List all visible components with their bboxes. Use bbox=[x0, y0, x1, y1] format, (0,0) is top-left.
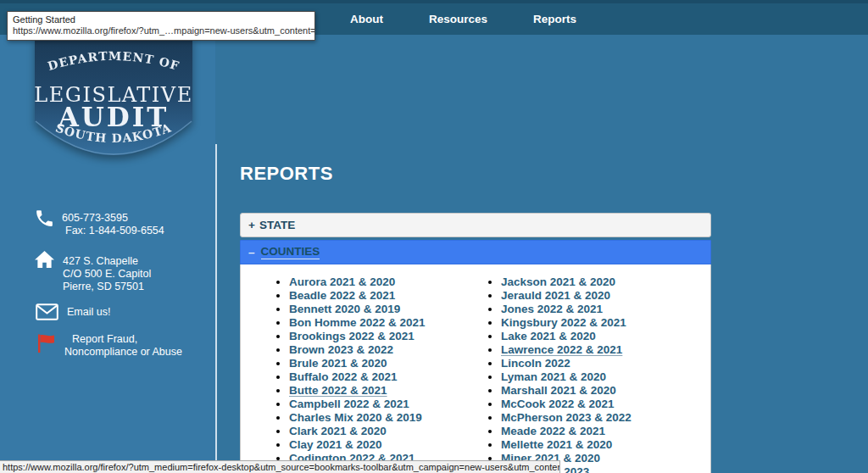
county-report-link[interactable]: Brookings 2022 & 2021 bbox=[289, 330, 415, 342]
county-list-item: Brule 2021 & 2020 bbox=[289, 357, 487, 370]
county-report-link[interactable]: Jerauld 2021 & 2020 bbox=[501, 289, 610, 302]
county-list-item: Jerauld 2021 & 2020 bbox=[501, 289, 632, 303]
county-list-item: Aurora 2021 & 2020 bbox=[289, 275, 487, 289]
envelope-icon bbox=[36, 303, 58, 320]
county-report-link[interactable]: Lawrence 2022 & 2021 bbox=[501, 343, 622, 356]
nav-item-reports[interactable]: Reports bbox=[533, 13, 576, 25]
county-list-column-1: Aurora 2021 & 2020Beadle 2022 & 2021Benn… bbox=[241, 275, 487, 473]
link-status-bar: https://www.mozilla.org/firefox/?utm_med… bbox=[0, 460, 560, 473]
county-list-item: Clark 2021 & 2020 bbox=[289, 425, 487, 438]
county-report-link[interactable]: Butte 2022 & 2021 bbox=[289, 384, 387, 397]
county-list-item: McCook 2022 & 2021 bbox=[501, 398, 632, 411]
counties-panel: Aurora 2021 & 2020Beadle 2022 & 2021Benn… bbox=[240, 264, 711, 473]
county-list-item: Jones 2022 & 2021 bbox=[501, 303, 632, 316]
county-list-item: Marshall 2021 & 2020 bbox=[501, 384, 632, 398]
county-list-item: Bennett 2020 & 2019 bbox=[289, 303, 487, 316]
accordion-counties-header[interactable]: – COUNTIES bbox=[240, 240, 711, 264]
county-list-item: Lake 2021 & 2020 bbox=[501, 330, 632, 343]
county-list-item: Beadle 2022 & 2021 bbox=[289, 289, 487, 303]
county-report-link[interactable]: Bon Homme 2022 & 2021 bbox=[289, 316, 426, 329]
email-us-label: Email us! bbox=[67, 306, 110, 319]
county-report-link[interactable]: Clay 2021 & 2020 bbox=[289, 438, 382, 451]
county-list-item: Meade 2022 & 2021 bbox=[501, 425, 632, 438]
county-list-item: Butte 2022 & 2021 bbox=[289, 384, 487, 398]
county-report-link[interactable]: Brown 2023 & 2022 bbox=[289, 343, 393, 356]
county-report-link[interactable]: Lincoln 2022 bbox=[501, 357, 570, 370]
county-list-item: Lincoln 2022 bbox=[501, 357, 632, 370]
address-row: 427 S. Chapelle C/O 500 E. Capitol Pierr… bbox=[34, 250, 151, 293]
county-report-link[interactable]: McCook 2022 & 2021 bbox=[501, 398, 615, 410]
expand-plus-icon: + bbox=[248, 219, 255, 231]
fax-number: Fax: 1-844-509-6554 bbox=[62, 225, 164, 237]
phone-row: 605-773-3595 Fax: 1-844-509-6554 bbox=[34, 208, 164, 237]
county-list-item: McPherson 2023 & 2022 bbox=[501, 411, 632, 425]
address-line-3: Pierre, SD 57501 bbox=[63, 281, 151, 293]
county-report-link[interactable]: Jones 2022 & 2021 bbox=[501, 303, 603, 315]
phone-icon bbox=[34, 208, 55, 229]
report-fraud-link[interactable]: Report Fraud, Noncompliance or Abuse bbox=[37, 333, 182, 359]
county-list-column-2: Jackson 2021 & 2020Jerauld 2021 & 2020Jo… bbox=[487, 275, 632, 473]
address-line-2: C/O 500 E. Capitol bbox=[63, 268, 151, 281]
county-list-item: Buffalo 2022 & 2021 bbox=[289, 370, 487, 384]
phone-number: 605-773-3595 bbox=[62, 212, 128, 224]
legislative-audit-shield-icon: DEPARTMENT OF LEGISLATIVE AUDIT - SOUTH … bbox=[35, 36, 192, 164]
county-report-link[interactable]: Campbell 2022 & 2021 bbox=[289, 398, 409, 410]
county-report-link[interactable]: Lyman 2021 & 2020 bbox=[501, 370, 606, 383]
county-report-link[interactable]: Kingsbury 2022 & 2021 bbox=[501, 316, 626, 329]
nav-item-resources[interactable]: Resources bbox=[429, 13, 487, 25]
county-report-link[interactable]: Marshall 2021 & 2020 bbox=[501, 384, 616, 397]
email-us-link[interactable]: Email us! bbox=[36, 303, 110, 320]
county-list-item: Lawrence 2022 & 2021 bbox=[501, 343, 632, 357]
red-flag-icon bbox=[37, 333, 56, 353]
county-report-link[interactable]: Charles Mix 2020 & 2019 bbox=[289, 411, 422, 424]
accordion-state-label: STATE bbox=[259, 219, 295, 231]
county-list-item: Lyman 2021 & 2020 bbox=[501, 370, 632, 384]
accordion-state-header[interactable]: + STATE bbox=[240, 213, 711, 237]
county-list-item: Brookings 2022 & 2021 bbox=[289, 330, 487, 343]
address-line-1: 427 S. Chapelle bbox=[63, 255, 151, 268]
collapse-minus-icon: – bbox=[248, 246, 255, 259]
county-report-link[interactable]: Lake 2021 & 2020 bbox=[501, 330, 596, 342]
fraud-label-line-1: Report Fraud, bbox=[64, 333, 182, 346]
status-url: https://www.mozilla.org/firefox/?utm_med… bbox=[3, 462, 560, 472]
county-list-item: Clay 2021 & 2020 bbox=[289, 438, 487, 452]
fraud-label-line-2: Noncompliance or Abuse bbox=[64, 346, 182, 358]
county-list-item: Jackson 2021 & 2020 bbox=[501, 275, 632, 289]
bookmark-tooltip: Getting Started https://www.mozilla.org/… bbox=[7, 11, 315, 41]
reports-accordion: + STATE – COUNTIES Aurora 2021 & 2020Bea… bbox=[240, 213, 711, 473]
county-list-item: Charles Mix 2020 & 2019 bbox=[289, 411, 487, 425]
page-title: REPORTS bbox=[240, 163, 333, 185]
home-icon bbox=[34, 250, 55, 270]
county-list-item: Mellette 2021 & 2020 bbox=[501, 438, 632, 452]
county-report-link[interactable]: Meade 2022 & 2021 bbox=[501, 425, 605, 437]
county-report-link[interactable]: Aurora 2021 & 2020 bbox=[289, 275, 395, 288]
county-report-link[interactable]: Mellette 2021 & 2020 bbox=[501, 438, 612, 451]
nav-item-about[interactable]: About bbox=[350, 13, 383, 25]
county-report-link[interactable]: Bennett 2020 & 2019 bbox=[289, 303, 400, 315]
county-report-link[interactable]: Clark 2021 & 2020 bbox=[289, 425, 387, 437]
county-list-item: Bon Homme 2022 & 2021 bbox=[289, 316, 487, 330]
sidebar: DEPARTMENT OF LEGISLATIVE AUDIT - SOUTH … bbox=[0, 35, 215, 473]
tooltip-title: Getting Started bbox=[13, 14, 309, 25]
sidebar-divider bbox=[215, 144, 217, 473]
accordion-counties-label: COUNTIES bbox=[261, 245, 320, 259]
county-list-item: Kingsbury 2022 & 2021 bbox=[501, 316, 632, 330]
county-report-link[interactable]: Beadle 2022 & 2021 bbox=[289, 289, 395, 302]
county-list-item: Brown 2023 & 2022 bbox=[289, 343, 487, 357]
county-report-link[interactable]: Brule 2021 & 2020 bbox=[289, 357, 387, 370]
county-report-link[interactable]: McPherson 2023 & 2022 bbox=[501, 411, 632, 424]
county-report-link[interactable]: Jackson 2021 & 2020 bbox=[501, 275, 615, 288]
department-logo: DEPARTMENT OF LEGISLATIVE AUDIT - SOUTH … bbox=[35, 36, 192, 164]
county-report-link[interactable]: Buffalo 2022 & 2021 bbox=[289, 370, 398, 383]
county-list-item: Campbell 2022 & 2021 bbox=[289, 398, 487, 411]
tooltip-url: https://www.mozilla.org/firefox/?utm_…mp… bbox=[13, 25, 309, 36]
